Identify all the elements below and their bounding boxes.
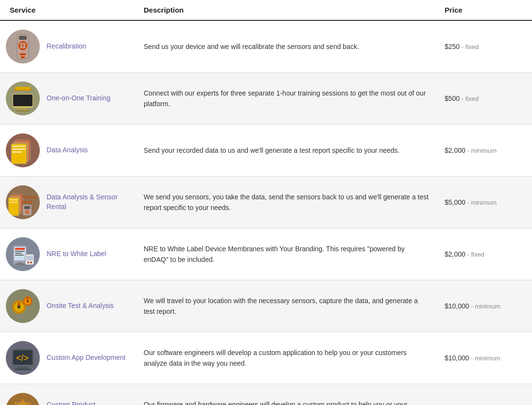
svg-point-43 [30, 261, 32, 263]
svg-rect-19 [12, 146, 26, 147]
svg-rect-34 [15, 248, 25, 250]
table-row: Onsite Test & AnalysisWe will travel to … [0, 280, 532, 332]
price-cell-one-on-one-training: $500 - fixed [437, 73, 532, 125]
svg-rect-30 [24, 206, 30, 209]
price-cell-recalibration: $250 - fixed [437, 20, 532, 73]
service-name[interactable]: Data Analysis & Sensor Rental [47, 193, 128, 211]
svg-rect-57 [17, 367, 29, 369]
app-dev-icon: </> [6, 341, 40, 375]
service-name[interactable]: Recalibration [47, 42, 86, 51]
sensor-rental-icon: + Sensor Rental [6, 185, 40, 219]
description-cell-recalibration: Send us your device and we will recalibr… [136, 20, 437, 73]
price-amount: $250 [445, 43, 460, 50]
service-cell-data-analysis: Data Analysis [0, 125, 136, 177]
service-cell-one-on-one-training: One-on-One Training [0, 73, 136, 125]
price-cell-onsite-test-analysis: $10,000 - minimum [437, 280, 532, 332]
price-type: - minimum [466, 147, 497, 154]
svg-rect-20 [12, 148, 26, 150]
svg-rect-12 [18, 108, 28, 110]
onsite-icon [6, 289, 40, 323]
price-type: - minimum [469, 355, 500, 362]
svg-point-42 [27, 261, 29, 263]
table-row: </> Custom App DevelopmentOur software e… [0, 332, 532, 384]
table-row: Data AnalysisSend your recorded data to … [0, 125, 532, 177]
description-cell-custom-app-development: Our software engineers will develop a cu… [136, 332, 437, 384]
svg-point-47 [17, 306, 20, 308]
recalibration-icon [6, 30, 40, 64]
price-amount: $10,000 [445, 302, 469, 310]
description-cell-one-on-one-training: Connect with our experts for three separ… [136, 73, 437, 125]
service-cell-inner: Data Analysis [6, 133, 128, 167]
table-row: RecalibrationSend us your device and we … [0, 20, 532, 73]
svg-rect-25 [9, 199, 18, 200]
table-row: Custom Product DevelopmentOur firmware a… [0, 384, 532, 405]
price-cell-custom-app-development: $10,000 - minimum [437, 332, 532, 384]
svg-point-7 [22, 45, 24, 47]
description-cell-custom-product-development: Our firmware and hardware engineers will… [136, 384, 437, 405]
service-name[interactable]: Data Analysis [47, 146, 88, 155]
price-type: - fixed [460, 95, 479, 102]
svg-rect-9 [21, 56, 25, 58]
svg-rect-35 [15, 251, 25, 252]
price-cell-data-analysis: $2,000 - minimum [437, 125, 532, 177]
table-row: NRE to White LabelNRE to White Label Dev… [0, 228, 532, 280]
table-row: One-on-One TrainingConnect with our expe… [0, 73, 532, 125]
price-type: - minimum [469, 303, 500, 310]
svg-rect-26 [9, 202, 18, 203]
price-column-header: Price [437, 0, 532, 20]
price-type: - fixed [466, 251, 484, 258]
service-cell-custom-product-development: Custom Product Development [0, 384, 136, 405]
service-cell-inner: NRE to White Label [6, 237, 128, 271]
description-column-header: Description [136, 0, 437, 20]
service-name[interactable]: One-on-One Training [47, 94, 111, 103]
price-amount: $500 [445, 95, 460, 102]
service-column-header: Service [0, 0, 136, 20]
service-name[interactable]: Custom Product Development [47, 400, 128, 405]
data-analysis-icon [6, 133, 40, 167]
svg-rect-62 [22, 399, 24, 402]
price-type: - minimum [466, 199, 497, 206]
price-cell-data-analysis-sensor-rental: $5,000 - minimum [437, 177, 532, 228]
service-cell-custom-app-development: </> Custom App Development [0, 332, 136, 384]
price-amount: $2,000 [445, 250, 466, 258]
svg-text:</>: </> [16, 353, 29, 363]
service-cell-inner: Custom Product Development [6, 393, 128, 405]
nre-icon [6, 237, 40, 271]
service-name[interactable]: NRE to White Label [47, 249, 106, 259]
svg-rect-15 [15, 87, 31, 90]
service-cell-inner: + Sensor Rental Data Analysis & Sensor R… [6, 185, 128, 219]
svg-rect-8 [20, 53, 26, 55]
description-cell-data-analysis: Send your recorded data to us and we'll … [136, 125, 437, 177]
training-icon [6, 81, 40, 115]
price-amount: $10,000 [445, 354, 469, 362]
price-cell-nre-white-label: $2,000 - fixed [437, 228, 532, 280]
price-cell-custom-product-development: $20,000 - minimum [437, 384, 532, 405]
description-cell-data-analysis-sensor-rental: We send you sensors, you take the data, … [136, 177, 437, 228]
price-amount: $5,000 [445, 198, 466, 206]
service-cell-recalibration: Recalibration [0, 20, 136, 73]
service-cell-data-analysis-sensor-rental: + Sensor Rental Data Analysis & Sensor R… [0, 177, 136, 228]
service-cell-inner: Onsite Test & Analysis [6, 289, 128, 323]
svg-text:+ Sensor: + Sensor [22, 195, 36, 199]
service-cell-inner: Recalibration [6, 30, 128, 64]
description-cell-nre-white-label: NRE to White Label Device Membranes with… [136, 228, 437, 280]
svg-rect-11 [13, 95, 33, 106]
service-name[interactable]: Custom App Development [47, 353, 126, 363]
svg-rect-36 [15, 253, 22, 254]
svg-rect-38 [17, 262, 23, 263]
description-cell-onsite-test-analysis: We will travel to your location with the… [136, 280, 437, 332]
service-cell-nre-white-label: NRE to White Label [0, 228, 136, 280]
svg-point-51 [27, 300, 29, 302]
svg-rect-39 [15, 263, 25, 265]
svg-rect-13 [16, 110, 30, 112]
table-row: + Sensor Rental Data Analysis & Sensor R… [0, 177, 532, 228]
svg-rect-58 [14, 369, 32, 370]
service-cell-onsite-test-analysis: Onsite Test & Analysis [0, 280, 136, 332]
service-name[interactable]: Onsite Test & Analysis [47, 301, 114, 311]
svg-text:Rental: Rental [22, 200, 32, 204]
price-type: - fixed [460, 43, 479, 50]
service-cell-inner: </> Custom App Development [6, 341, 128, 375]
price-amount: $2,000 [445, 146, 466, 154]
product-dev-icon [6, 393, 40, 405]
svg-rect-41 [26, 256, 33, 260]
